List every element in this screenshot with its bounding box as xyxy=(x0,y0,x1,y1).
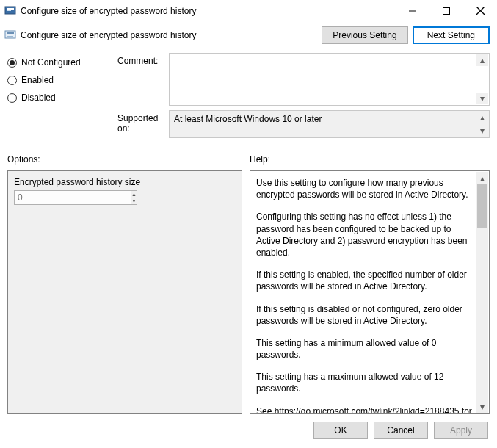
spinner-up-icon[interactable]: ▲ xyxy=(131,190,137,198)
apply-button[interactable]: Apply xyxy=(434,422,488,439)
radio-icon xyxy=(7,58,17,68)
help-header: Help: xyxy=(250,154,490,165)
radio-label: Disabled xyxy=(21,93,56,103)
window-title: Configure size of encrypted password his… xyxy=(21,6,396,16)
scroll-up-icon[interactable]: ▴ xyxy=(476,172,488,184)
history-size-input[interactable] xyxy=(14,190,131,205)
options-pane: Encrypted password history size ▲ ▼ xyxy=(7,170,242,414)
state-radio-disabled[interactable]: Disabled xyxy=(7,93,117,103)
close-button[interactable] xyxy=(463,0,497,22)
supported-on-box: At least Microsoft Windows 10 or later ▴… xyxy=(169,110,490,138)
setting-name-label: Configure size of encrypted password his… xyxy=(21,30,196,40)
header-strip: Configure size of encrypted password his… xyxy=(0,22,497,48)
help-scrollbar[interactable]: ▴ ▾ xyxy=(476,172,488,413)
supported-scrollbar[interactable]: ▴ ▾ xyxy=(476,112,488,137)
svg-rect-9 xyxy=(7,32,14,34)
supported-on-value: At least Microsoft Windows 10 or later xyxy=(174,114,322,124)
scroll-up-icon[interactable]: ▴ xyxy=(476,112,488,123)
minimize-button[interactable] xyxy=(396,0,429,22)
radio-label: Enabled xyxy=(21,75,54,85)
scroll-down-icon[interactable]: ▾ xyxy=(476,125,488,137)
state-radio-enabled[interactable]: Enabled xyxy=(7,75,117,85)
maximize-button[interactable] xyxy=(429,0,463,22)
setting-icon xyxy=(4,29,16,41)
next-setting-button[interactable]: Next Setting xyxy=(413,26,490,44)
ok-button[interactable]: OK xyxy=(313,422,368,439)
supported-on-label: Supported on: xyxy=(117,110,169,138)
title-bar: Configure size of encrypted password his… xyxy=(0,0,497,22)
comment-textarea[interactable]: ▴ ▾ xyxy=(169,53,490,106)
svg-rect-3 xyxy=(7,12,12,12)
state-radio-not-configured[interactable]: Not Configured xyxy=(7,57,117,68)
radio-icon xyxy=(7,76,17,85)
previous-setting-button[interactable]: Previous Setting xyxy=(322,26,407,44)
help-pane: Use this setting to configure how many p… xyxy=(250,170,490,414)
svg-rect-1 xyxy=(7,8,14,10)
scroll-thumb[interactable] xyxy=(477,184,487,228)
scroll-up-icon[interactable]: ▴ xyxy=(476,54,488,66)
history-size-spinner[interactable]: ▲ ▼ xyxy=(14,190,98,205)
help-text: Use this setting to configure how many p… xyxy=(256,177,474,414)
options-header: Options: xyxy=(7,154,242,165)
scroll-down-icon[interactable]: ▾ xyxy=(476,93,488,104)
cancel-button[interactable]: Cancel xyxy=(374,422,428,439)
dialog-footer: OK Cancel Apply xyxy=(0,414,497,448)
comment-label: Comment: xyxy=(117,53,169,106)
comment-scrollbar[interactable]: ▴ ▾ xyxy=(476,54,488,104)
app-icon xyxy=(4,5,16,17)
spinner-down-icon[interactable]: ▼ xyxy=(131,198,137,206)
svg-rect-10 xyxy=(7,35,12,35)
radio-icon xyxy=(7,93,17,103)
svg-rect-11 xyxy=(7,36,13,37)
scroll-down-icon[interactable]: ▾ xyxy=(476,400,488,413)
history-size-label: Encrypted password history size xyxy=(14,177,236,187)
svg-rect-2 xyxy=(7,10,11,11)
svg-rect-5 xyxy=(443,7,450,14)
radio-label: Not Configured xyxy=(21,57,81,68)
